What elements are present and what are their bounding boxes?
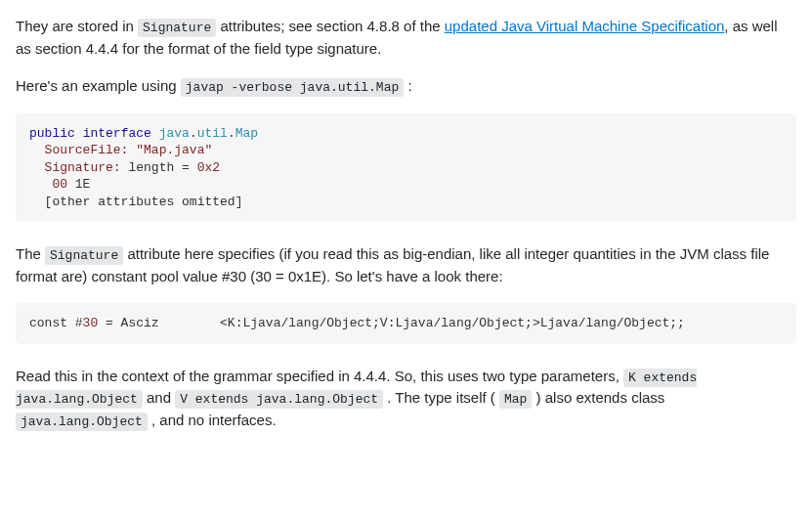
text: The: [16, 245, 45, 262]
text: and: [143, 389, 175, 406]
string: "Map.java": [136, 143, 212, 157]
inline-code-javap: javap -verbose java.util.Map: [181, 78, 404, 97]
inline-code-v-extends: V extends java.lang.Object: [175, 390, 383, 409]
paragraph-2: Here's an example using javap -verbose j…: [16, 75, 796, 98]
text: .: [228, 126, 235, 141]
number: 00: [29, 177, 67, 192]
text: .: [190, 126, 197, 141]
type: util: [197, 126, 228, 141]
number: 0x2: [197, 160, 220, 175]
jvm-spec-link[interactable]: updated Java Virtual Machine Specificati…: [445, 18, 725, 34]
text: Read this in the context of the grammar …: [16, 368, 623, 384]
inline-code-map: Map: [499, 390, 532, 409]
text: 1E: [67, 177, 90, 192]
attr: Signature:: [29, 160, 128, 175]
text: They are stored in: [16, 18, 138, 34]
paragraph-3: The Signature attribute here specifies (…: [16, 243, 796, 287]
text: length =: [128, 160, 196, 175]
text: attribute here specifies (if you read th…: [16, 245, 769, 284]
paragraph-4: Read this in the context of the grammar …: [16, 366, 796, 432]
text: const #: [29, 316, 83, 330]
number: 30: [83, 316, 99, 330]
inline-code-object: java.lang.Object: [16, 413, 148, 431]
code-block-const-pool: const #30 = Asciz <K:Ljava/lang/Object;V…: [16, 303, 796, 344]
attr: SourceFile:: [29, 143, 136, 157]
text: = Asciz <K:Ljava/lang/Object;V:Ljava/lan…: [98, 316, 685, 330]
inline-code-signature: Signature: [138, 19, 216, 37]
type: java: [159, 126, 190, 141]
text: ) also extends class: [532, 389, 664, 406]
keyword: interface: [83, 126, 151, 141]
text: Here's an example using: [16, 77, 181, 94]
text: attributes; see section 4.8.8 of the: [216, 18, 444, 34]
text: . The type itself (: [383, 389, 499, 406]
type: Map: [235, 126, 258, 141]
text: :: [404, 77, 411, 94]
paragraph-1: They are stored in Signature attributes;…: [16, 16, 796, 60]
text: [other attributes omitted]: [29, 195, 242, 209]
inline-code-signature: Signature: [45, 246, 123, 265]
text: , and no interfaces.: [148, 412, 277, 428]
keyword: public: [29, 126, 75, 141]
code-block-javap-output: public interface java.util.Map SourceFil…: [16, 113, 796, 223]
